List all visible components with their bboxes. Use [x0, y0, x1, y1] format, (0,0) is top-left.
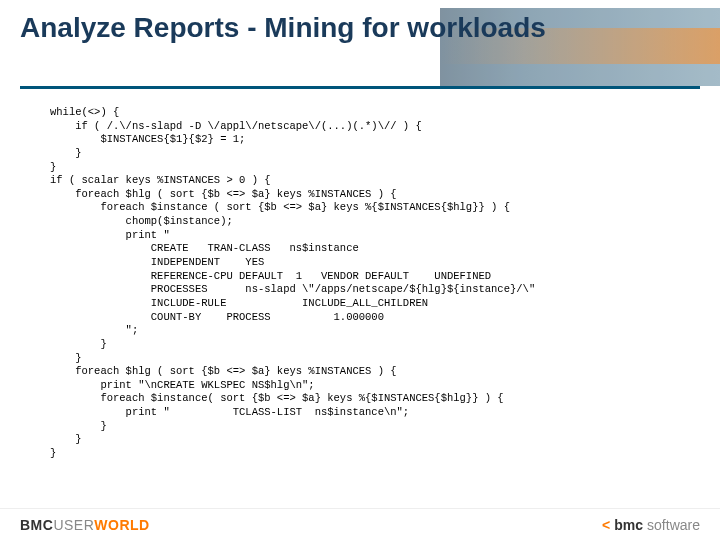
footer-company-software: software: [647, 517, 700, 533]
code-block: while(<>) { if ( /.\/ns-slapd -D \/appl\…: [50, 106, 690, 461]
footer-user-text: USER: [53, 517, 94, 533]
footer-right-logo: < bmcsoftware: [602, 517, 700, 533]
chevron-left-icon: <: [602, 517, 610, 533]
footer-left-logo: BMCUSERWORLD: [20, 517, 150, 533]
slide-content: while(<>) { if ( /.\/ns-slapd -D \/appl\…: [0, 96, 720, 461]
footer-bmc-text: BMC: [20, 517, 53, 533]
slide-title: Analyze Reports - Mining for workloads: [20, 12, 700, 44]
slide-header: Analyze Reports - Mining for workloads: [0, 0, 720, 96]
title-underline: [20, 86, 700, 89]
slide-footer: BMCUSERWORLD < bmcsoftware: [0, 508, 720, 540]
footer-company-bmc: bmc: [614, 517, 643, 533]
footer-world-text: WORLD: [94, 517, 149, 533]
